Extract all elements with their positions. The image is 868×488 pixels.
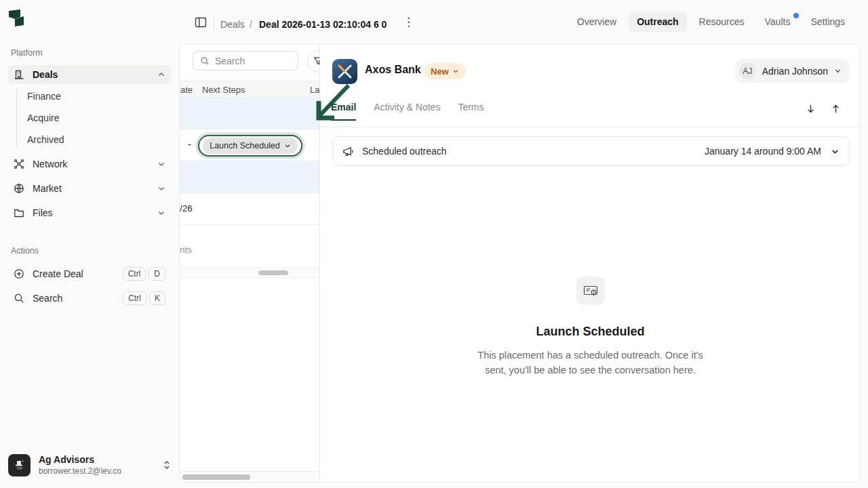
workspace-name: Ag Advisors — [39, 454, 121, 465]
empty-state-title: Launch Scheduled — [536, 325, 644, 339]
breadcrumb-current-deal: Deal 2026-01-13 02:10:04 6 0 — [259, 19, 387, 30]
workspace-switcher[interactable]: Ag Advisors borrower.test.2@lev.co — [8, 451, 171, 479]
column-latest: Late — [310, 85, 320, 95]
network-icon — [14, 159, 24, 169]
sidebar: Platform Deals Finance Acquire Archived … — [0, 0, 179, 488]
plus-circle-icon — [14, 268, 24, 279]
folder-icon — [14, 207, 24, 218]
create-deal-button[interactable]: Create Deal Ctrl D — [8, 264, 171, 283]
action-label: Create Deal — [33, 268, 83, 279]
search-input[interactable] — [215, 56, 283, 66]
top-bar: Deals / Deal 2026-01-13 02:10:04 6 0 ⋮ O… — [179, 0, 868, 43]
horizontal-scrollbar — [180, 471, 320, 482]
sidebar-toggle-icon[interactable] — [195, 16, 207, 28]
sidebar-item-deals[interactable]: Deals — [8, 65, 171, 84]
shortcut-keys: Ctrl K — [123, 291, 165, 305]
platform-section-label: Platform — [11, 48, 43, 58]
scroll-jump-controls — [806, 104, 841, 114]
tab-vaults-label: Vaults — [765, 16, 791, 27]
unfold-icon — [163, 460, 171, 470]
scheduled-outreach-card[interactable]: Scheduled outreach January 14 around 9:0… — [332, 136, 850, 166]
table-row[interactable] — [180, 161, 320, 193]
status-badge-label: New — [431, 66, 449, 77]
company-logo — [332, 59, 357, 84]
magician-hat-icon — [14, 459, 26, 471]
table-row[interactable] — [180, 98, 320, 129]
list-search[interactable] — [193, 51, 298, 70]
company-name: Axos Bank — [365, 64, 421, 76]
status-badge[interactable]: New — [424, 63, 466, 79]
actions-section-label: Actions — [11, 246, 39, 256]
sidebar-item-label: Files — [33, 207, 53, 218]
cell-dash: - — [188, 139, 191, 150]
outreach-card-title: Scheduled outreach — [362, 146, 447, 157]
sidebar-item-files[interactable]: Files — [8, 203, 171, 222]
tab-email[interactable]: Email — [331, 102, 356, 121]
sidebar-item-network[interactable]: Network — [8, 155, 171, 174]
search-icon — [14, 293, 24, 304]
tab-settings[interactable]: Settings — [802, 12, 853, 32]
column-next-steps: Next Steps — [202, 85, 245, 95]
scheduled-email-icon — [576, 277, 605, 305]
workspace-email: borrower.test.2@lev.co — [39, 466, 121, 476]
tab-resources[interactable]: Resources — [691, 12, 753, 32]
table-row[interactable]: nts — [180, 225, 320, 268]
key-ctrl: Ctrl — [123, 267, 146, 281]
table-scroll-thumb[interactable] — [258, 270, 288, 275]
workspace-texts: Ag Advisors borrower.test.2@lev.co — [39, 454, 121, 476]
cell-text: nts — [180, 245, 192, 255]
axos-x-icon — [332, 59, 357, 84]
action-label: Search — [33, 293, 62, 304]
app-logo-icon — [8, 9, 27, 29]
sidebar-item-acquire[interactable]: Acquire — [27, 110, 59, 126]
owner-avatar: AJ — [739, 62, 756, 79]
tab-outreach[interactable]: Outreach — [629, 12, 686, 32]
tab-terms[interactable]: Terms — [458, 102, 484, 121]
chevron-down-icon — [831, 147, 840, 156]
tab-vaults[interactable]: Vaults — [757, 12, 799, 32]
search-action-button[interactable]: Search Ctrl K — [8, 289, 171, 308]
placement-detail-panel: Axos Bank New AJ Adrian Johnson Email Ac… — [321, 44, 860, 482]
sidebar-item-label: Network — [33, 159, 67, 169]
funnel-icon — [313, 56, 320, 66]
chevron-up-icon — [157, 70, 165, 79]
detail-tabs: Email Activity & Notes Terms — [331, 102, 484, 121]
sidebar-item-archived[interactable]: Archived — [27, 131, 64, 148]
tab-overview[interactable]: Overview — [569, 12, 625, 32]
deal-tabs: Overview Outreach Resources Vaults Setti… — [569, 0, 853, 43]
chevron-down-icon — [284, 142, 291, 149]
table-header: ate Next Steps Late — [180, 81, 320, 98]
notification-dot — [793, 13, 799, 18]
more-options-icon[interactable]: ⋮ — [403, 16, 414, 28]
owner-dropdown[interactable]: AJ Adrian Johnson — [735, 59, 850, 83]
owner-name: Adrian Johnson — [762, 66, 828, 77]
cell-date: /26 — [180, 203, 193, 214]
breadcrumb-deals[interactable]: Deals — [220, 19, 245, 30]
megaphone-icon — [342, 146, 354, 157]
sidebar-item-label: Deals — [33, 69, 58, 80]
shortcut-keys: Ctrl D — [123, 267, 165, 281]
table-row[interactable]: /26 — [180, 193, 320, 225]
globe-icon — [14, 183, 24, 194]
key-ctrl: Ctrl — [123, 291, 146, 305]
horizontal-scroll-thumb[interactable] — [182, 474, 250, 480]
column-date: ate — [180, 85, 193, 95]
arrow-down-icon — [806, 104, 816, 114]
table-row[interactable]: - Launch Scheduled — [180, 129, 320, 161]
tab-activity-notes[interactable]: Activity & Notes — [374, 102, 440, 121]
jump-down-button[interactable] — [806, 104, 816, 114]
chevron-down-icon — [157, 184, 165, 192]
status-dropdown[interactable]: Launch Scheduled — [203, 138, 298, 154]
empty-state: Launch Scheduled This placement has a sc… — [321, 277, 860, 378]
sidebar-item-finance[interactable]: Finance — [27, 88, 61, 104]
chevron-down-icon — [834, 67, 842, 75]
filter-button[interactable] — [307, 50, 320, 72]
arrow-up-icon — [831, 104, 841, 114]
divider — [214, 19, 214, 29]
empty-state-description: This placement has a scheduled outreach.… — [472, 348, 709, 378]
sidebar-item-market[interactable]: Market — [8, 179, 171, 198]
jump-up-button[interactable] — [831, 104, 841, 114]
sidebar-indent-line — [16, 88, 17, 148]
table-scroll-track — [180, 268, 320, 278]
status-label: Launch Scheduled — [210, 141, 280, 150]
